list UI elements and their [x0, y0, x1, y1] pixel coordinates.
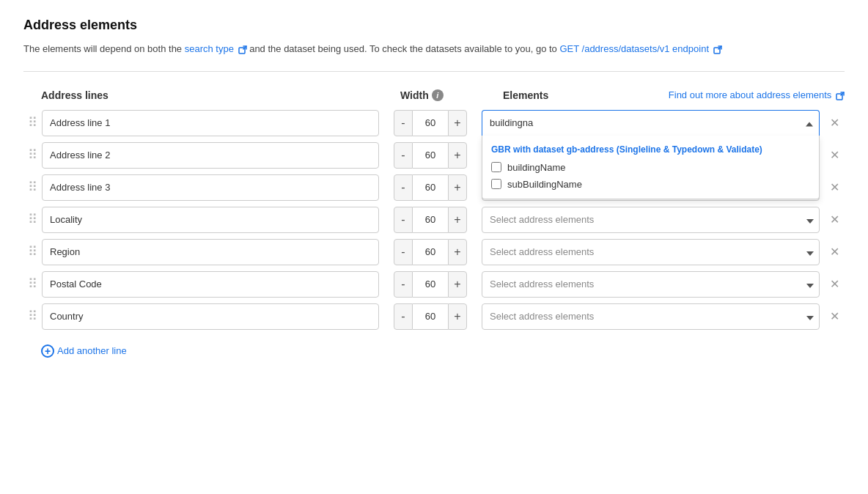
line-input-7[interactable] — [42, 303, 379, 330]
drag-handle-7[interactable]: ⠿ — [23, 303, 42, 322]
col-elements-header: Elements Find out more about address ele… — [503, 89, 845, 101]
width-decrease-7[interactable]: - — [394, 303, 413, 330]
search-type-link[interactable]: search type — [185, 43, 249, 54]
elements-select-5[interactable]: Select address elements — [482, 239, 820, 265]
line-input-4[interactable] — [42, 207, 379, 233]
drag-handle-2[interactable]: ⠿ — [23, 142, 42, 161]
external-link-icon — [238, 45, 247, 54]
elements-select-7[interactable]: Select address elements — [482, 303, 820, 330]
dropdown-item-label-subbuildingname: subBuildingName — [507, 179, 582, 190]
width-control-3: - + — [379, 174, 482, 201]
external-link-icon-2 — [713, 45, 722, 54]
width-value-2[interactable] — [413, 142, 448, 169]
drag-handle-5[interactable]: ⠿ — [23, 239, 42, 258]
elements-select-6[interactable]: Select address elements — [482, 271, 820, 298]
elements-select-wrapper-5: Select address elements — [482, 239, 820, 265]
checkbox-buildingname[interactable] — [491, 162, 501, 172]
width-control-5: - + — [379, 239, 482, 265]
width-control-6: - + — [379, 271, 482, 298]
dropdown-item-subbuildingname[interactable]: subBuildingName — [482, 176, 819, 193]
intro-text: The elements will depend on both the sea… — [23, 42, 845, 56]
delete-row-6[interactable]: ✕ — [824, 271, 845, 298]
address-row-6: ⠿ - + Select address elements ✕ — [23, 271, 845, 298]
delete-row-3[interactable]: ✕ — [824, 174, 845, 201]
address-row-1: ⠿ - + buildingna GBR with dataset gb-add… — [23, 110, 845, 136]
info-icon: i — [432, 89, 444, 101]
width-control-1: - + — [379, 110, 482, 136]
width-decrease-6[interactable]: - — [394, 271, 413, 298]
width-value-5[interactable] — [413, 239, 448, 265]
select-value-1: buildingna — [490, 117, 533, 128]
elements-col-4: Select address elements ✕ — [482, 207, 845, 233]
width-decrease-1[interactable]: - — [394, 110, 413, 136]
col-lines-header: Address lines — [41, 89, 400, 101]
width-decrease-5[interactable]: - — [394, 239, 413, 265]
elements-select-4[interactable]: Select address elements — [482, 207, 820, 233]
delete-row-1[interactable]: ✕ — [824, 110, 845, 136]
dropdown-item-label-buildingname: buildingName — [507, 162, 566, 173]
elements-select-wrapper-4: Select address elements — [482, 207, 820, 233]
width-control-2: - + — [379, 142, 482, 169]
line-input-2[interactable] — [42, 142, 379, 169]
width-increase-4[interactable]: + — [448, 207, 467, 233]
elements-select-wrapper-7: Select address elements — [482, 303, 820, 330]
plus-circle-icon: + — [41, 344, 54, 358]
delete-row-2[interactable]: ✕ — [824, 142, 845, 169]
col-width-header: Width i — [400, 89, 503, 101]
drag-handle-6[interactable]: ⠿ — [23, 271, 42, 290]
width-control-7: - + — [379, 303, 482, 330]
line-input-6[interactable] — [42, 271, 379, 298]
select-arrow-up-1 — [806, 117, 813, 128]
width-value-6[interactable] — [413, 271, 448, 298]
line-input-5[interactable] — [42, 239, 379, 265]
elements-select-wrapper-6: Select address elements — [482, 271, 820, 298]
width-decrease-4[interactable]: - — [394, 207, 413, 233]
width-decrease-3[interactable]: - — [394, 174, 413, 201]
delete-row-5[interactable]: ✕ — [824, 239, 845, 265]
width-control-4: - + — [379, 207, 482, 233]
elements-col-6: Select address elements ✕ — [482, 271, 845, 298]
page-title: Address elements — [23, 18, 845, 33]
elements-col-7: Select address elements ✕ — [482, 303, 845, 330]
dropdown-menu-1: GBR with dataset gb-address (Singleline … — [482, 136, 820, 199]
width-value-4[interactable] — [413, 207, 448, 233]
address-row-5: ⠿ - + Select address elements ✕ — [23, 239, 845, 265]
width-increase-2[interactable]: + — [448, 142, 467, 169]
drag-handle-3[interactable]: ⠿ — [23, 174, 42, 193]
width-value-3[interactable] — [413, 174, 448, 201]
width-value-1[interactable] — [413, 110, 448, 136]
drag-handle-4[interactable]: ⠿ — [23, 207, 42, 226]
elements-link[interactable]: Find out more about address elements — [669, 89, 845, 100]
drag-handle-1[interactable]: ⠿ — [23, 110, 42, 129]
width-value-7[interactable] — [413, 303, 448, 330]
add-line-label: Add another line — [57, 345, 127, 356]
delete-row-7[interactable]: ✕ — [824, 303, 845, 330]
endpoint-link[interactable]: GET /address/datasets/v1 endpoint — [559, 43, 721, 54]
external-link-icon-3 — [836, 92, 845, 100]
address-row-7: ⠿ - + Select address elements ✕ — [23, 303, 845, 330]
width-increase-5[interactable]: + — [448, 239, 467, 265]
checkbox-subbuildingname[interactable] — [491, 179, 501, 189]
width-increase-6[interactable]: + — [448, 271, 467, 298]
elements-col-5: Select address elements ✕ — [482, 239, 845, 265]
column-headers: Address lines Width i Elements Find out … — [23, 89, 845, 101]
add-line-button[interactable]: + Add another line — [23, 344, 127, 358]
dropdown-item-buildingname[interactable]: buildingName — [482, 159, 819, 176]
elements-col-1: buildingna GBR with dataset gb-address (… — [482, 110, 845, 136]
address-row-4: ⠿ - + Select address elements ✕ — [23, 207, 845, 233]
line-input-3[interactable] — [42, 174, 379, 201]
width-increase-3[interactable]: + — [448, 174, 467, 201]
width-increase-7[interactable]: + — [448, 303, 467, 330]
elements-select-wrapper-1: buildingna GBR with dataset gb-address (… — [482, 110, 820, 136]
line-input-1[interactable] — [42, 110, 379, 136]
dropdown-group-title: GBR with dataset gb-address (Singleline … — [482, 141, 819, 159]
elements-select-1[interactable]: buildingna — [482, 110, 820, 136]
width-decrease-2[interactable]: - — [394, 142, 413, 169]
delete-row-4[interactable]: ✕ — [824, 207, 845, 233]
width-increase-1[interactable]: + — [448, 110, 467, 136]
